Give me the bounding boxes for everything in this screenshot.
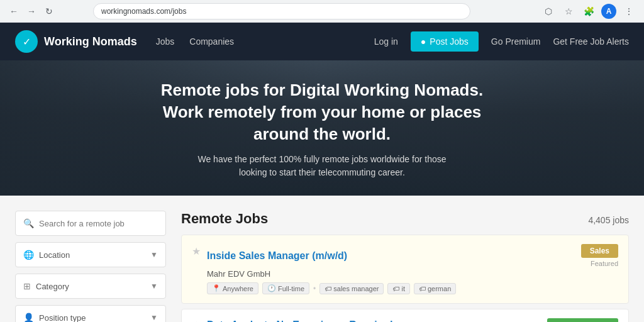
search-icon: 🔍 (23, 218, 34, 228)
jobs-section: Remote Jobs 4,405 jobs ★ Inside Sales Ma… (181, 211, 629, 322)
job-badge-admin: Administration (547, 318, 618, 322)
tag1-text: sales manager (333, 285, 379, 292)
position-label: Position type (39, 313, 145, 323)
premium-link[interactable]: Go Premium (491, 36, 541, 47)
job-card: ★ Data Analyst - No Experience Required … (181, 309, 629, 322)
alerts-link[interactable]: Get Free Job Alerts (553, 36, 629, 47)
forward-button[interactable]: → (25, 5, 38, 18)
star-icon[interactable]: ★ (192, 245, 201, 257)
navbar-right: Log in ● Post Jobs Go Premium Get Free J… (374, 31, 629, 52)
job-title-row: Inside Sales Manager (m/w/d) Sales Featu… (207, 244, 618, 267)
nav-companies[interactable]: Companies (189, 36, 234, 47)
extensions-icon[interactable]: 🧩 (581, 4, 596, 19)
position-arrow: ▼ (150, 313, 158, 322)
location-filter[interactable]: 🌐 Location ▼ (15, 242, 166, 267)
nav-links: Jobs Companies (156, 36, 234, 47)
search-box[interactable]: 🔍 (15, 211, 166, 236)
featured-label: Featured (591, 260, 618, 267)
hero-title: Remote jobs for Digital Working Nomads. … (158, 79, 486, 145)
job-title-row: Data Analyst - No Experience Required Ad… (207, 318, 618, 322)
category-icon: ⊞ (23, 281, 31, 291)
jobs-header: Remote Jobs 4,405 jobs (181, 211, 629, 227)
job-tags: 📍 Anywhere 🕐 Full-time • 🏷 sales manager… (207, 282, 618, 294)
brand-name: Working Nomads (44, 35, 137, 48)
fulltime-icon: 🕐 (267, 284, 276, 292)
brand[interactable]: ✓ Working Nomads (15, 30, 137, 53)
hero-content: Remote jobs for Digital Working Nomads. … (0, 60, 644, 179)
location-icon: 🌐 (23, 250, 34, 260)
post-jobs-label: Post Jobs (430, 36, 468, 47)
hero-section: Remote jobs for Digital Working Nomads. … (0, 60, 644, 196)
job-info: Data Analyst - No Experience Required Ad… (207, 318, 618, 322)
category-filter[interactable]: ⊞ Category ▼ (15, 274, 166, 299)
badge-col-2: Administration (547, 318, 618, 322)
position-icon: 👤 (23, 313, 34, 322)
tag-anywhere-text: Anywhere (223, 285, 253, 292)
hero-subtitle: We have the perfect 100% fully remote jo… (184, 153, 460, 179)
post-icon: ● (421, 36, 426, 47)
category-label: Category (36, 282, 145, 291)
account-avatar[interactable]: A (601, 4, 616, 19)
back-button[interactable]: ← (8, 5, 20, 18)
tag-german: 🏷 german (414, 283, 456, 294)
refresh-button[interactable]: ↻ (43, 5, 55, 18)
menu-icon[interactable]: ⋮ (621, 4, 636, 19)
sidebar: 🔍 🌐 Location ▼ ⊞ Category ▼ 👤 Position t… (15, 211, 166, 322)
nav-jobs[interactable]: Jobs (156, 36, 175, 47)
tag2-text: it (401, 285, 405, 292)
tag1-icon: 🏷 (325, 285, 331, 292)
badge-col: Sales Featured (581, 244, 618, 267)
main-content: 🔍 🌐 Location ▼ ⊞ Category ▼ 👤 Position t… (0, 196, 644, 322)
search-input[interactable] (39, 219, 158, 228)
tag-fulltime-text: Full-time (278, 285, 304, 292)
tag-fulltime: 🕐 Full-time (262, 282, 309, 294)
tag3-text: german (428, 285, 451, 292)
url-text: workingnomads.com/jobs (101, 7, 186, 16)
category-arrow: ▼ (150, 282, 158, 291)
post-jobs-button[interactable]: ● Post Jobs (411, 31, 479, 52)
login-link[interactable]: Log in (374, 36, 398, 47)
tag-sales-manager: 🏷 sales manager (319, 283, 384, 294)
job-badge-sales: Sales (581, 244, 618, 258)
tag-it: 🏷 it (387, 283, 410, 294)
tag2-icon: 🏷 (392, 285, 399, 292)
tag-anywhere: 📍 Anywhere (207, 282, 258, 294)
jobs-count: 4,405 jobs (588, 215, 629, 225)
position-type-filter[interactable]: 👤 Position type ▼ (15, 305, 166, 322)
job-title[interactable]: Inside Sales Manager (m/w/d) (207, 250, 347, 262)
tag3-icon: 🏷 (419, 285, 426, 292)
jobs-section-title: Remote Jobs (181, 211, 268, 227)
location-tag-icon: 📍 (212, 284, 221, 292)
tag-sep: • (313, 284, 316, 293)
browser-actions: ⬡ ☆ 🧩 A ⋮ (541, 4, 636, 19)
cast-icon[interactable]: ⬡ (541, 4, 556, 19)
address-bar[interactable]: workingnomads.com/jobs (93, 3, 470, 19)
star-icon[interactable]: ★ (192, 319, 201, 322)
brand-icon: ✓ (15, 30, 38, 53)
job-card: ★ Inside Sales Manager (m/w/d) Sales Fea… (181, 235, 629, 304)
browser-chrome: ← → ↻ workingnomads.com/jobs ⬡ ☆ 🧩 A ⋮ (0, 0, 644, 23)
location-arrow: ▼ (150, 250, 158, 259)
bookmark-icon[interactable]: ☆ (561, 4, 576, 19)
navbar: ✓ Working Nomads Jobs Companies Log in ●… (0, 23, 644, 60)
job-company: Mahr EDV GmbH (207, 269, 618, 279)
job-info: Inside Sales Manager (m/w/d) Sales Featu… (207, 244, 618, 294)
job-title-2[interactable]: Data Analyst - No Experience Required (207, 319, 393, 322)
location-label: Location (39, 250, 145, 260)
